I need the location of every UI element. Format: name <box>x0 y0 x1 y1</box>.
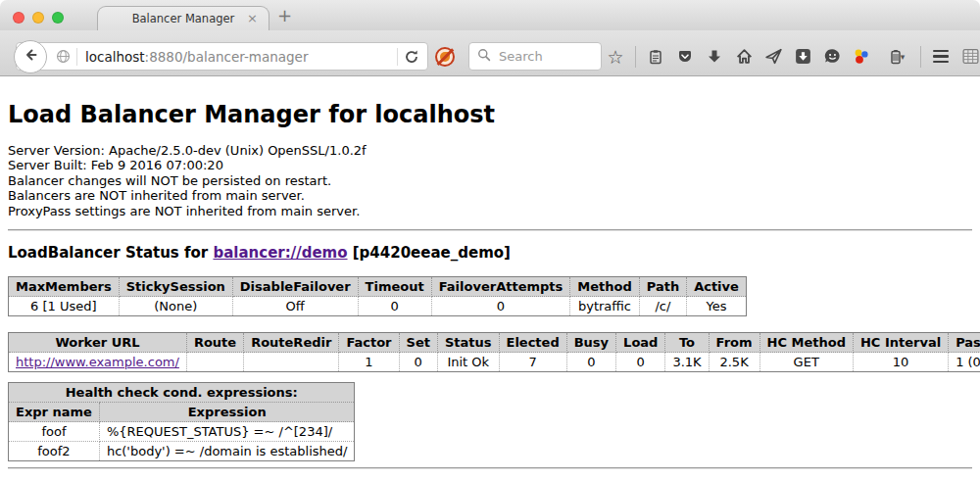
column-header: Timeout <box>358 277 431 297</box>
table-title-row: Health check cond. expressions: <box>9 383 355 403</box>
column-header: MaxMembers <box>9 277 120 297</box>
table-cell: 6 [1 Used] <box>9 297 120 316</box>
column-header: Method <box>570 277 639 297</box>
table-cell: 0 <box>566 353 615 372</box>
chevron-down-icon: ▾ <box>901 52 906 62</box>
pocket-button[interactable] <box>675 47 695 67</box>
column-header: Load <box>616 333 665 353</box>
window-close-button[interactable] <box>13 12 24 24</box>
page-content: Load Balancer Manager for localhost Serv… <box>0 76 980 481</box>
feedback-smiley-button[interactable] <box>822 47 842 67</box>
window-minimize-button[interactable] <box>32 12 44 24</box>
table-cell: bytraffic <box>570 297 639 316</box>
toolbar-icon-row: ☆ <box>606 42 980 71</box>
table-cell: (None) <box>119 297 232 316</box>
send-tab-button[interactable] <box>763 47 783 67</box>
table-cell: 2.5K <box>709 353 760 372</box>
balancer-demo-link[interactable]: balancer://demo <box>213 244 347 262</box>
proxypass-warning-line: ProxyPass settings are NOT inherited fro… <box>8 204 972 218</box>
column-header: Elected <box>499 333 566 353</box>
reload-button[interactable] <box>404 49 419 65</box>
worker-status-table: Worker URL Route RouteRedir Factor Set S… <box>8 332 980 372</box>
column-header: From <box>709 333 760 353</box>
column-header: Expression <box>99 403 355 422</box>
browser-tab[interactable]: Balancer Manager × <box>97 6 270 30</box>
home-icon <box>735 47 754 66</box>
hamburger-icon <box>933 50 949 64</box>
column-header: FailoverAttempts <box>431 277 570 297</box>
worker-url-cell: http://www.example.com/ <box>9 353 187 372</box>
health-table-title: Health check cond. expressions: <box>9 383 355 403</box>
search-input[interactable] <box>497 48 593 65</box>
video-download-helper-button[interactable] <box>793 47 812 67</box>
table-cell: Yes <box>687 297 747 316</box>
bookmarks-menu-button[interactable] <box>646 47 665 67</box>
worker-url-link[interactable]: http://www.example.com/ <box>16 355 179 369</box>
column-header: Worker URL <box>9 333 187 353</box>
flashblock-icon[interactable] <box>435 47 455 67</box>
column-header: Passes <box>949 333 980 353</box>
back-button[interactable] <box>14 40 47 73</box>
downloads-button[interactable] <box>705 47 724 67</box>
column-header: Status <box>437 333 499 353</box>
column-header: To <box>665 333 709 353</box>
divider-rule <box>8 229 972 231</box>
tiles-extension-button[interactable] <box>960 47 980 67</box>
battery-extension-button[interactable]: ▾ <box>881 47 910 67</box>
column-header: Set <box>399 333 437 353</box>
url-text[interactable]: localhost:8880/balancer-manager <box>85 49 393 65</box>
urlbar-divider <box>76 48 77 66</box>
table-cell <box>186 353 243 372</box>
table-cell: Off <box>232 297 358 316</box>
health-check-table: Health check cond. expressions: Expr nam… <box>8 382 355 461</box>
home-button[interactable] <box>734 47 754 67</box>
tab-close-icon[interactable]: × <box>247 11 258 25</box>
column-header: Factor <box>339 333 399 353</box>
table-cell: 0 <box>358 297 431 316</box>
new-tab-button[interactable]: + <box>277 5 292 26</box>
pocket-icon <box>676 48 694 66</box>
table-cell: 3.1K <box>665 353 709 372</box>
search-bar[interactable] <box>468 42 602 71</box>
column-header: RouteRedir <box>244 333 339 353</box>
tab-title: Balancer Manager <box>132 12 235 25</box>
table-row: 6 [1 Used] (None) Off 0 0 bytraffic /c/ … <box>9 297 747 316</box>
server-version-line: Server Version: Apache/2.5.0-dev (Unix) … <box>8 143 972 158</box>
expr-name-cell: foof2 <box>9 442 100 461</box>
browser-window: Balancer Manager × + localhost:8880/bala… <box>0 0 980 481</box>
extension-colordots-button[interactable] <box>852 47 871 67</box>
toolbar-divider <box>920 46 921 68</box>
column-header: Busy <box>566 333 615 353</box>
url-path: :8880/balancer-manager <box>145 49 309 65</box>
table-row: foof2 hc('body') =~ /domain is establish… <box>9 442 355 461</box>
site-identity-globe-icon[interactable] <box>56 49 71 64</box>
smiley-icon <box>823 47 842 66</box>
window-zoom-button[interactable] <box>52 12 64 24</box>
expression-cell: hc('body') =~ /domain is established/ <box>99 442 355 461</box>
table-cell: 0 <box>399 353 437 372</box>
column-header: Path <box>639 277 686 297</box>
balancers-warning-line: Balancers are NOT inherited from main se… <box>8 188 972 203</box>
table-cell: 10 <box>853 353 948 372</box>
bookmark-star-button[interactable]: ☆ <box>606 47 625 67</box>
table-cell <box>244 353 339 372</box>
window-titlebar: Balancer Manager × + <box>0 0 980 30</box>
hamburger-menu-button[interactable] <box>931 47 951 67</box>
table-cell: GET <box>760 353 853 372</box>
url-bar[interactable]: localhost:8880/balancer-manager <box>16 42 428 71</box>
server-info: Server Version: Apache/2.5.0-dev (Unix) … <box>8 143 972 218</box>
column-header: Expr name <box>9 403 100 422</box>
table-cell: 1 <box>339 353 399 372</box>
grid-page-icon <box>961 47 980 66</box>
table-row: http://www.example.com/ 1 0 Init Ok 7 0 … <box>9 353 980 372</box>
download-arrow-icon <box>706 48 723 66</box>
table-cell: 7 <box>499 353 566 372</box>
clipboard-icon <box>647 48 664 66</box>
paper-plane-icon <box>764 47 783 66</box>
table-cell: 0 <box>616 353 665 372</box>
table-cell: Init Ok <box>437 353 499 372</box>
expression-cell: %{REQUEST_STATUS} =~ /^[234]/ <box>99 422 355 442</box>
urlbar-divider <box>397 48 398 66</box>
table-row: foof %{REQUEST_STATUS} =~ /^[234]/ <box>9 422 355 442</box>
balancer-settings-table: MaxMembers StickySession DisableFailover… <box>8 276 747 316</box>
